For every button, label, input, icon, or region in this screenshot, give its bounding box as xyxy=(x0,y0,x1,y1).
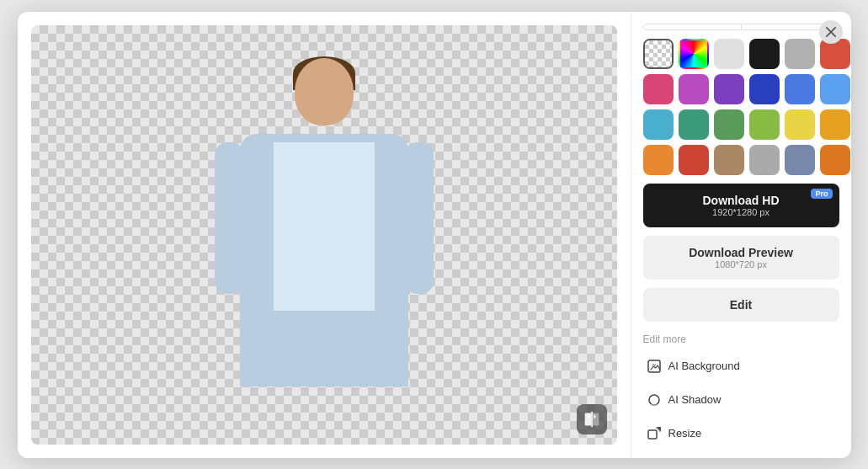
swatch-transparent[interactable] xyxy=(643,39,674,69)
swatch-blue-light[interactable] xyxy=(820,74,850,104)
right-arm xyxy=(404,142,434,294)
swatch-blue-dark[interactable] xyxy=(749,74,780,104)
compare-icon xyxy=(583,411,600,428)
main-modal: Color Photo xyxy=(18,12,851,458)
image-preview-area xyxy=(31,25,617,445)
swatch-yellow[interactable] xyxy=(785,109,815,140)
person-shirt xyxy=(274,142,375,311)
swatch-red2[interactable] xyxy=(679,145,709,175)
person-body xyxy=(240,134,408,386)
tab-color[interactable]: Color xyxy=(644,24,741,30)
swatch-brown[interactable] xyxy=(714,145,744,175)
swatch-purple-light[interactable] xyxy=(679,74,709,104)
resize-option[interactable]: Resize xyxy=(643,421,839,446)
swatch-orange2[interactable] xyxy=(643,145,674,175)
ai-shadow-option[interactable]: AI Shadow xyxy=(643,387,839,413)
swatch-orange[interactable] xyxy=(820,109,850,140)
edit-button[interactable]: Edit xyxy=(643,288,839,322)
svg-point-8 xyxy=(649,395,659,405)
edit-more-label: Edit more xyxy=(643,333,839,345)
swatch-cyan[interactable] xyxy=(643,109,674,140)
swatch-black[interactable] xyxy=(749,39,780,69)
download-preview-label: Download Preview xyxy=(689,246,793,259)
ai-shadow-icon xyxy=(647,392,662,408)
swatch-orange3[interactable] xyxy=(820,145,850,175)
swatch-green[interactable] xyxy=(714,109,744,140)
download-hd-label: Download HD xyxy=(703,194,780,207)
swatch-teal[interactable] xyxy=(679,109,709,140)
tab-bar: Color Photo xyxy=(643,24,839,30)
download-hd-size: 1920*1280 px xyxy=(643,207,839,217)
compare-button[interactable] xyxy=(577,404,607,434)
pro-badge: Pro xyxy=(811,189,832,199)
resize-label: Resize xyxy=(668,427,702,440)
swatch-purple[interactable] xyxy=(714,74,744,104)
swatch-blue[interactable] xyxy=(785,74,815,104)
svg-rect-3 xyxy=(592,413,599,425)
swatch-green-light[interactable] xyxy=(749,109,780,140)
swatch-gray2[interactable] xyxy=(749,145,780,175)
person-figure xyxy=(215,58,434,429)
ai-background-option[interactable]: AI Background xyxy=(643,354,839,379)
swatch-rainbow[interactable] xyxy=(679,39,709,69)
color-swatch-grid xyxy=(643,39,839,175)
resize-icon xyxy=(647,426,662,441)
svg-rect-2 xyxy=(584,413,591,425)
swatch-pink[interactable] xyxy=(643,74,674,104)
svg-rect-10 xyxy=(648,430,657,439)
person-image xyxy=(181,41,467,429)
person-head xyxy=(295,58,354,125)
ai-background-label: AI Background xyxy=(668,360,740,372)
ai-background-icon xyxy=(647,359,662,374)
ai-shadow-label: AI Shadow xyxy=(668,393,722,406)
download-hd-button[interactable]: Download HD 1920*1280 px Pro xyxy=(643,184,839,227)
download-preview-button[interactable]: Download Preview 1080*720 px xyxy=(643,236,839,280)
right-panel: Color Photo xyxy=(631,12,851,458)
swatch-gray[interactable] xyxy=(785,39,815,69)
svg-point-9 xyxy=(650,403,658,406)
close-button[interactable] xyxy=(819,20,843,44)
swatch-lightgray[interactable] xyxy=(714,39,744,69)
swatch-slate[interactable] xyxy=(785,145,815,175)
download-preview-size: 1080*720 px xyxy=(643,259,839,269)
